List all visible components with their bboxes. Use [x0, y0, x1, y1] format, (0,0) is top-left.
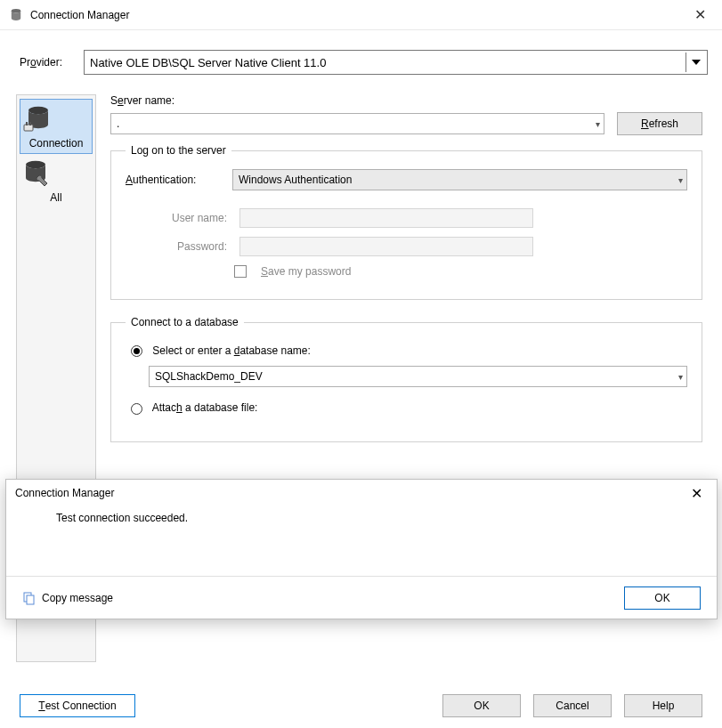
copy-message-label: Copy message — [42, 592, 113, 604]
close-icon[interactable]: ✕ — [685, 483, 708, 504]
username-input — [239, 208, 533, 228]
db-option-attach-row[interactable]: Attach a database file: — [131, 401, 687, 414]
svg-rect-4 — [29, 122, 31, 125]
chevron-down-icon[interactable] — [685, 53, 705, 72]
svg-rect-2 — [24, 125, 33, 131]
nav-item-label: All — [20, 191, 93, 204]
save-password-checkbox — [234, 265, 247, 278]
server-name-combo[interactable]: . ▾ — [110, 113, 604, 134]
close-icon[interactable]: ✕ — [687, 3, 713, 27]
test-connection-button[interactable]: Test Connection — [20, 694, 135, 717]
chevron-down-icon[interactable]: ▾ — [596, 119, 600, 129]
nav-item-connection[interactable]: Connection — [20, 99, 93, 154]
popup-body: Test connection succeeded. — [6, 506, 717, 576]
authentication-value: Windows Authentication — [239, 174, 352, 186]
chevron-down-icon[interactable]: ▾ — [678, 372, 683, 382]
popup-footer: Copy message OK — [6, 576, 717, 619]
database-name-value: SQLShackDemo_DEV — [155, 370, 263, 383]
nav-item-label: Connection — [20, 137, 92, 150]
ok-button[interactable]: OK — [442, 694, 521, 717]
copy-message-link[interactable]: Copy message — [22, 591, 113, 605]
svg-point-5 — [26, 161, 45, 168]
database-name-combo[interactable]: SQLShackDemo_DEV ▾ — [149, 366, 687, 387]
provider-label: Provider: — [20, 56, 73, 69]
popup-titlebar: Connection Manager ✕ — [6, 480, 717, 506]
radio-select-db[interactable] — [131, 345, 142, 357]
server-name-label: Server name: — [110, 94, 702, 107]
provider-value: Native OLE DB\SQL Server Native Client 1… — [90, 56, 326, 69]
popup-message: Test connection succeeded. — [56, 512, 188, 524]
connection-manager-window: Connection Manager ✕ Provider: Native OL… — [0, 0, 722, 728]
db-option-attach-label: Attach a database file: — [152, 401, 258, 414]
authentication-combo[interactable]: Windows Authentication ▾ — [232, 169, 687, 190]
connect-db-fieldset: Connect to a database Select or enter a … — [110, 316, 702, 442]
server-name-value: . — [117, 117, 119, 130]
help-button[interactable]: Help — [624, 694, 702, 717]
logon-fieldset: Log on to the server Authentication: Win… — [110, 144, 702, 300]
nav-item-all[interactable]: All — [20, 154, 93, 207]
radio-attach-db[interactable] — [131, 403, 142, 415]
provider-row: Provider: Native OLE DB\SQL Server Nativ… — [0, 30, 722, 87]
popup-title: Connection Manager — [15, 487, 114, 499]
refresh-button[interactable]: Refresh — [617, 112, 702, 135]
password-label: Password: — [126, 240, 231, 253]
svg-rect-3 — [26, 122, 28, 125]
logon-legend: Log on to the server — [126, 144, 231, 157]
cancel-button[interactable]: Cancel — [533, 694, 612, 717]
popup-ok-button[interactable]: OK — [624, 586, 701, 610]
password-input — [239, 237, 533, 256]
database-icon — [9, 8, 23, 22]
save-password-label: Save my password — [261, 265, 351, 278]
database-plug-icon — [20, 105, 92, 135]
titlebar: Connection Manager ✕ — [0, 0, 722, 30]
chevron-down-icon[interactable]: ▾ — [678, 175, 683, 185]
svg-point-1 — [28, 107, 48, 114]
db-option-select-row[interactable]: Select or enter a database name: — [131, 344, 687, 357]
footer-buttons: Test Connection OK Cancel Help — [0, 694, 722, 717]
copy-icon — [22, 591, 37, 605]
connect-db-legend: Connect to a database — [126, 316, 244, 328]
db-option-select-label: Select or enter a database name: — [152, 344, 310, 357]
svg-rect-7 — [27, 595, 34, 604]
database-wrench-icon — [20, 159, 93, 190]
authentication-label: Authentication: — [126, 174, 223, 186]
popup-dialog: Connection Manager ✕ Test connection suc… — [5, 479, 718, 619]
svg-point-0 — [12, 9, 20, 12]
window-title: Connection Manager — [30, 9, 129, 21]
username-label: User name: — [126, 212, 231, 224]
provider-combo[interactable]: Native OLE DB\SQL Server Native Client 1… — [84, 50, 708, 75]
